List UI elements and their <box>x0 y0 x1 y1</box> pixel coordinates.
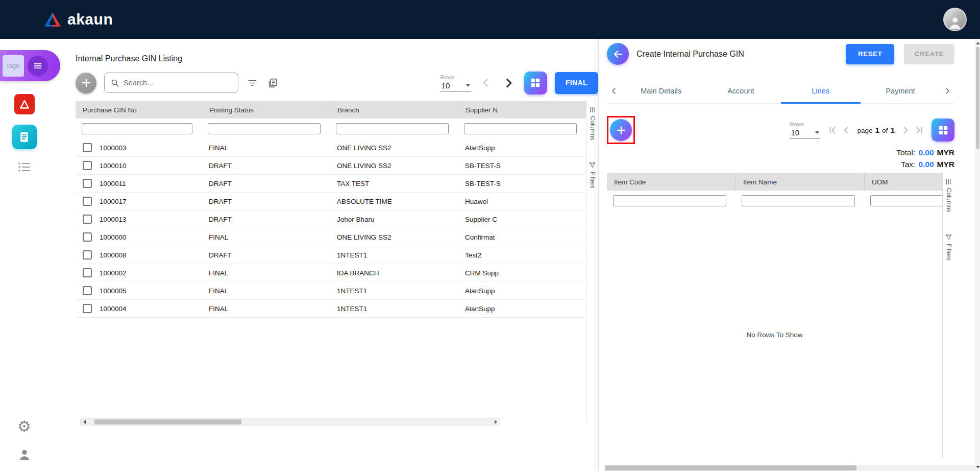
scrollbar-track[interactable] <box>88 419 492 425</box>
reset-button[interactable]: RESET <box>846 44 894 64</box>
plus-icon <box>616 125 627 136</box>
sidebar-item-purchase-gin-active[interactable] <box>12 125 37 149</box>
filter-input-uom[interactable] <box>870 195 942 206</box>
profile-button[interactable] <box>17 448 32 464</box>
user-avatar[interactable] <box>943 8 967 31</box>
filter-input-branch[interactable] <box>336 123 449 134</box>
cell-supplier: SB-TEST-S <box>458 180 586 187</box>
lines-horizontal-scrollbar[interactable] <box>605 465 975 471</box>
add-gin-button[interactable] <box>76 73 96 93</box>
rows-per-page-select[interactable]: Rows 10 <box>440 74 471 92</box>
tab-payment[interactable]: Payment <box>861 78 940 103</box>
row-checkbox[interactable] <box>83 215 92 224</box>
cell-purchase-gin-no: 1000011 <box>100 180 126 187</box>
table-row[interactable]: 1000003 FINAL ONE LIVING SS2 AlanSupp <box>76 139 586 157</box>
filter-input-purchase-gin-no[interactable] <box>82 123 192 134</box>
column-header-item-code[interactable]: Item Code <box>607 173 736 191</box>
listing-horizontal-scrollbar[interactable] <box>80 418 500 426</box>
cell-supplier: AlanSupp <box>458 305 586 313</box>
row-checkbox[interactable] <box>83 197 92 206</box>
table-row[interactable]: 1000000 FINAL ONE LIVING SS2 Confirmat <box>76 228 586 246</box>
row-checkbox[interactable] <box>83 268 92 277</box>
duplicate-button[interactable] <box>266 77 279 89</box>
row-checkbox[interactable] <box>83 161 92 170</box>
page-indicator: page 1 of 1 <box>857 126 895 135</box>
tabs-scroll-left-button[interactable] <box>607 78 621 103</box>
first-page-button[interactable] <box>826 124 839 136</box>
row-checkbox[interactable] <box>83 250 92 260</box>
filter-input-item-code[interactable] <box>613 195 726 206</box>
row-checkbox[interactable] <box>83 304 92 313</box>
prev-page-button[interactable] <box>840 124 852 136</box>
grid-side-toolbar: Columns Filters <box>586 101 598 424</box>
column-header-branch[interactable]: Branch <box>330 101 458 119</box>
column-header-supplier[interactable]: Supplier N <box>458 101 586 119</box>
filter-button[interactable] <box>246 77 259 89</box>
copy-icon <box>267 78 278 88</box>
back-arrow-icon <box>612 49 624 60</box>
cell-branch: 1NTEST1 <box>330 305 458 313</box>
scroll-up-arrow[interactable] <box>975 40 980 46</box>
page-current: 1 <box>875 126 879 135</box>
lines-view-switcher-button[interactable] <box>932 119 954 142</box>
table-row[interactable]: 1000008 DRAFT 1NTEST1 Test2 <box>76 246 586 264</box>
cell-branch: ONE LIVING SS2 <box>330 144 458 152</box>
search-input[interactable] <box>124 79 232 87</box>
last-page-button[interactable] <box>913 124 925 136</box>
add-line-button[interactable] <box>610 119 632 141</box>
filter-input-posting-status[interactable] <box>208 123 321 134</box>
table-row[interactable]: 1000005 FINAL 1NTEST1 AlanSupp <box>76 282 586 300</box>
cell-supplier: Test2 <box>458 251 586 259</box>
tab-account[interactable]: Account <box>701 78 780 103</box>
app-logo[interactable]: akaun <box>44 11 113 28</box>
cell-posting-status: FINAL <box>202 269 330 277</box>
filter-input-supplier[interactable] <box>464 123 577 134</box>
row-checkbox[interactable] <box>83 179 92 188</box>
back-button[interactable] <box>607 43 629 65</box>
lines-rows-per-page-select[interactable]: Rows 10 <box>790 121 820 139</box>
table-row[interactable]: 1000002 FINAL IDA BRANCH CRM Supp <box>76 264 586 282</box>
scrollbar-thumb[interactable] <box>605 465 856 470</box>
tab-main-details[interactable]: Main Details <box>621 78 701 103</box>
table-row[interactable]: 1000011 DRAFT TAX TEST SB-TEST-S <box>76 175 586 193</box>
top-app-bar: akaun <box>0 0 980 39</box>
posting-status-filter-button[interactable]: FINAL <box>555 72 598 94</box>
scroll-right-arrow[interactable] <box>492 419 500 425</box>
columns-tool[interactable]: Columns <box>945 178 952 212</box>
sidebar-logo-pill[interactable]: logo <box>0 50 60 81</box>
sidebar-item-listing[interactable] <box>16 159 33 177</box>
filter-input-item-name[interactable] <box>742 195 855 206</box>
table-row[interactable]: 1000004 FINAL 1NTEST1 AlanSupp <box>76 300 586 318</box>
scrollbar-thumb[interactable] <box>976 47 979 149</box>
tab-lines[interactable]: Lines <box>781 78 861 103</box>
filters-tool[interactable]: Filters <box>589 161 596 189</box>
table-row[interactable]: 1000010 DRAFT ONE LIVING SS2 SB-TEST-S <box>76 157 586 175</box>
lines-table: Item Code Item Name UOM <box>607 173 954 458</box>
settings-button[interactable]: ⚙ <box>17 419 31 434</box>
column-header-item-name[interactable]: Item Name <box>736 173 864 191</box>
row-checkbox[interactable] <box>83 232 92 242</box>
total-value: 0.00 <box>918 148 934 157</box>
scroll-down-arrow[interactable] <box>975 464 980 470</box>
filters-tool[interactable]: Filters <box>945 233 952 261</box>
create-button[interactable]: CREATE <box>904 44 954 64</box>
view-switcher-button[interactable] <box>524 72 547 95</box>
sidebar-collapse-button[interactable] <box>28 56 48 76</box>
scroll-left-arrow[interactable] <box>81 419 88 425</box>
column-header-uom[interactable]: UOM <box>864 173 942 191</box>
table-row[interactable]: 1000017 DRAFT ABSOLUTE TIME Huawei <box>76 193 586 210</box>
vertical-scrollbar[interactable] <box>975 39 980 471</box>
column-header-purchase-gin-no[interactable]: Purchase GIN No <box>76 101 202 119</box>
next-page-button[interactable] <box>899 124 912 136</box>
table-row[interactable]: 1000013 DRAFT Johor Bharu Supplier C <box>76 210 586 228</box>
row-checkbox[interactable] <box>83 143 92 152</box>
columns-tool[interactable]: Columns <box>589 106 596 140</box>
row-checkbox[interactable] <box>83 286 92 295</box>
next-page-button[interactable] <box>501 75 517 91</box>
sidebar-item-pdf[interactable] <box>14 94 35 114</box>
column-header-posting-status[interactable]: Posting Status <box>202 101 330 119</box>
tabs-scroll-right-button[interactable] <box>940 78 954 103</box>
search-box[interactable] <box>104 73 238 93</box>
prev-page-button[interactable] <box>479 76 493 90</box>
scrollbar-thumb[interactable] <box>94 419 241 425</box>
